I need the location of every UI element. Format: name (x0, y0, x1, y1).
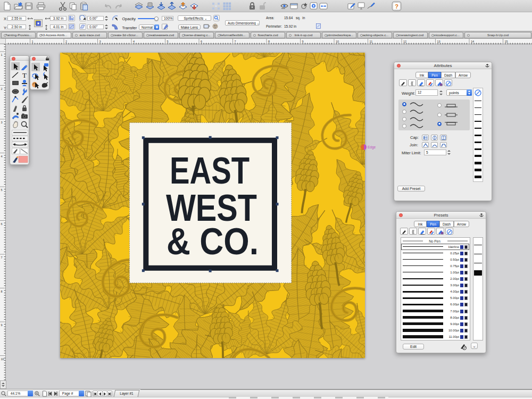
svg-text:7: 7 (235, 40, 236, 43)
svg-text:13: 13 (437, 40, 440, 43)
svg-text:12: 12 (403, 40, 406, 43)
svg-text:6: 6 (1, 222, 3, 226)
svg-text:5: 5 (167, 40, 169, 43)
svg-text:14: 14 (471, 40, 474, 43)
svg-text:2: 2 (1, 87, 3, 90)
svg-text:2: 2 (65, 40, 67, 43)
svg-text:1: 1 (1, 53, 3, 56)
svg-text:No Pen: No Pen (429, 239, 440, 243)
svg-text:EAST: EAST (170, 150, 250, 192)
svg-text:5: 5 (1, 188, 3, 192)
svg-text:?: ? (395, 3, 398, 10)
svg-text:& CO.: & CO. (167, 221, 259, 262)
svg-text:10: 10 (336, 40, 339, 43)
svg-text:8: 8 (1, 290, 3, 293)
svg-text:8: 8 (268, 40, 270, 43)
svg-text:9: 9 (302, 40, 304, 43)
svg-text:10: 10 (1, 358, 4, 361)
svg-text:9: 9 (1, 323, 3, 327)
svg-text:T: T (22, 71, 27, 79)
svg-text:7: 7 (1, 256, 3, 259)
svg-text:6: 6 (201, 40, 202, 43)
svg-text:11: 11 (370, 40, 373, 43)
svg-text:3: 3 (1, 121, 3, 124)
svg-text:3: 3 (99, 40, 101, 43)
svg-text:4: 4 (133, 40, 135, 43)
svg-text:4: 4 (1, 155, 3, 158)
svg-text:1: 1 (32, 40, 34, 43)
svg-text:15: 15 (505, 40, 508, 43)
